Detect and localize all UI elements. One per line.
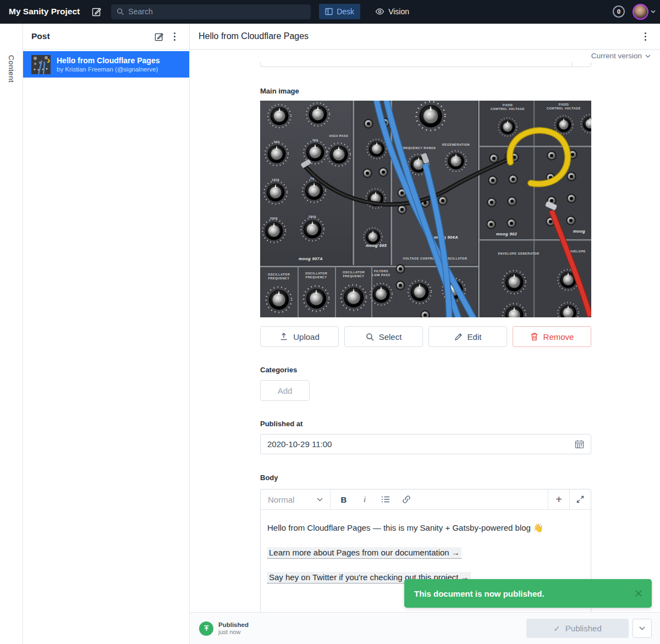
- svg-text:FREQUENCY: FREQUENCY: [343, 274, 364, 278]
- remove-button[interactable]: Remove: [513, 326, 591, 347]
- avatar-menu-caret[interactable]: [651, 10, 656, 13]
- document-footer: Published just now ✓ Published: [190, 612, 660, 644]
- svg-text:moog 995: moog 995: [366, 243, 387, 248]
- svg-text:OSCILLATOR: OSCILLATOR: [343, 271, 365, 274]
- publish-status[interactable]: Published just now: [199, 621, 249, 636]
- publish-status-title: Published: [218, 621, 249, 628]
- svg-text:FREQUENCY: FREQUENCY: [305, 276, 327, 279]
- select-button[interactable]: Select: [344, 326, 423, 347]
- toast-message: This document is now published.: [414, 589, 634, 598]
- svg-text:LOW PASS: LOW PASS: [372, 273, 391, 277]
- publish-status-time: just now: [218, 629, 249, 635]
- avatar[interactable]: [632, 4, 648, 20]
- svg-text:moog 907A: moog 907A: [299, 256, 323, 261]
- italic-button[interactable]: i: [357, 492, 372, 507]
- body-link-documentation[interactable]: Learn more about Pages from our document…: [267, 547, 461, 559]
- upload-button[interactable]: Upload: [260, 326, 339, 347]
- search-field[interactable]: [111, 4, 311, 19]
- document-title: Hello from Cloudflare Pages: [199, 31, 637, 41]
- svg-text:CONTROL VOLTAGE: CONTROL VOLTAGE: [547, 107, 581, 110]
- svg-text:HIGH PASS: HIGH PASS: [329, 134, 348, 137]
- document-header: Hello from Cloudflare Pages: [190, 24, 660, 49]
- image-actions-row: Upload Select Edit Remove: [260, 326, 591, 347]
- bulleted-list-icon: [381, 496, 390, 503]
- chevron-down-icon: [317, 498, 323, 502]
- desk-icon: [325, 8, 333, 15]
- close-icon[interactable]: [634, 589, 643, 598]
- published-at-label: Published at: [260, 420, 591, 428]
- post-list-pane: Post Hello from Cloudflare Pages: [23, 24, 190, 644]
- eye-icon: [375, 8, 384, 15]
- document-pane: Hello from Cloudflare Pages Current vers…: [190, 24, 660, 644]
- top-navbar: My Sanity Project Desk Vision 0: [0, 0, 660, 24]
- list-item-hello-from-cloudflare-pages[interactable]: Hello from Cloudflare Pages by Kristian …: [23, 51, 189, 78]
- publish-toast: This document is now published.: [404, 579, 652, 608]
- published-at-input[interactable]: 2020-10-29 11:00: [260, 434, 591, 454]
- svg-text:moog: moog: [573, 229, 585, 234]
- notification-badge[interactable]: 0: [613, 5, 625, 18]
- chevron-down-icon: [639, 626, 645, 630]
- list-item-subtitle: by Kristian Freeman (@signalnerve): [57, 66, 160, 73]
- search-icon: [366, 333, 374, 341]
- paragraph-style-select[interactable]: Normal: [261, 489, 331, 509]
- editor-toolbar: Normal B i: [261, 489, 591, 510]
- document-menu-button[interactable]: [637, 29, 653, 44]
- publish-button[interactable]: ✓ Published: [526, 619, 629, 638]
- svg-text:FREQUENCY RANGE: FREQUENCY RANGE: [401, 146, 436, 150]
- content-rail-label: Content: [7, 55, 15, 82]
- kebab-icon: [174, 32, 175, 41]
- trash-icon: [530, 332, 538, 341]
- add-category-button[interactable]: Add: [260, 380, 310, 401]
- categories-label: Categories: [260, 366, 591, 374]
- link-button[interactable]: [399, 492, 414, 507]
- main-image-preview[interactable]: 500700 10001400 20002600 HIGH PASS moog …: [260, 101, 591, 317]
- title-field-partial[interactable]: [260, 62, 591, 67]
- svg-text:FIXED: FIXED: [503, 103, 513, 107]
- svg-text:FIXED: FIXED: [559, 103, 569, 106]
- compose-button[interactable]: [90, 4, 104, 19]
- calendar-icon[interactable]: [575, 439, 584, 449]
- version-label: Current version: [591, 52, 642, 60]
- body-paragraph: Hello from Cloudflare Pages — this is my…: [267, 522, 584, 533]
- fullscreen-button[interactable]: [569, 489, 591, 509]
- pane-menu-button[interactable]: [167, 29, 182, 44]
- svg-text:CONTROL VOLTAGE: CONTROL VOLTAGE: [491, 107, 525, 111]
- insert-block-button[interactable]: +: [548, 489, 569, 509]
- svg-text:700: 700: [312, 139, 318, 142]
- pencil-icon: [454, 333, 463, 341]
- compose-icon: [155, 32, 164, 41]
- main-image-label: Main image: [260, 87, 591, 95]
- tab-vision-label: Vision: [388, 7, 409, 16]
- project-title: My Sanity Project: [9, 7, 80, 16]
- tab-desk-label: Desk: [337, 7, 354, 16]
- published-status-icon: [199, 621, 213, 636]
- new-document-button[interactable]: [151, 29, 167, 44]
- search-input[interactable]: [128, 7, 305, 16]
- body-label: Body: [260, 474, 591, 482]
- tab-desk[interactable]: Desk: [319, 4, 360, 19]
- document-scroll-area[interactable]: Main image: [190, 62, 660, 612]
- tab-vision[interactable]: Vision: [375, 4, 409, 19]
- edit-button[interactable]: Edit: [428, 326, 507, 347]
- chevron-down-icon: [651, 10, 656, 13]
- chevron-down-icon: [645, 54, 651, 58]
- svg-text:REGENERATION: REGENERATION: [442, 143, 470, 146]
- link-icon: [402, 495, 411, 504]
- publish-menu-button[interactable]: [632, 619, 652, 638]
- kebab-icon: [645, 32, 646, 41]
- published-at-value: 2020-10-29 11:00: [267, 439, 332, 449]
- version-selector[interactable]: Current version: [190, 49, 660, 62]
- upload-icon: [279, 332, 288, 341]
- bullet-list-button[interactable]: [378, 492, 393, 507]
- compose-icon: [92, 7, 102, 16]
- check-icon: ✓: [553, 624, 560, 634]
- content-rail[interactable]: Content: [0, 24, 23, 644]
- svg-text:OSCILLATOR: OSCILLATOR: [268, 273, 290, 276]
- post-list-header: Post: [23, 24, 189, 49]
- svg-text:OSCILLATOR: OSCILLATOR: [305, 272, 327, 275]
- svg-text:FREQUENCY: FREQUENCY: [268, 277, 289, 280]
- svg-text:moog 902: moog 902: [496, 232, 518, 236]
- pane-title: Post: [31, 31, 151, 41]
- bold-button[interactable]: B: [336, 492, 351, 507]
- svg-text:FILTERS: FILTERS: [374, 269, 388, 273]
